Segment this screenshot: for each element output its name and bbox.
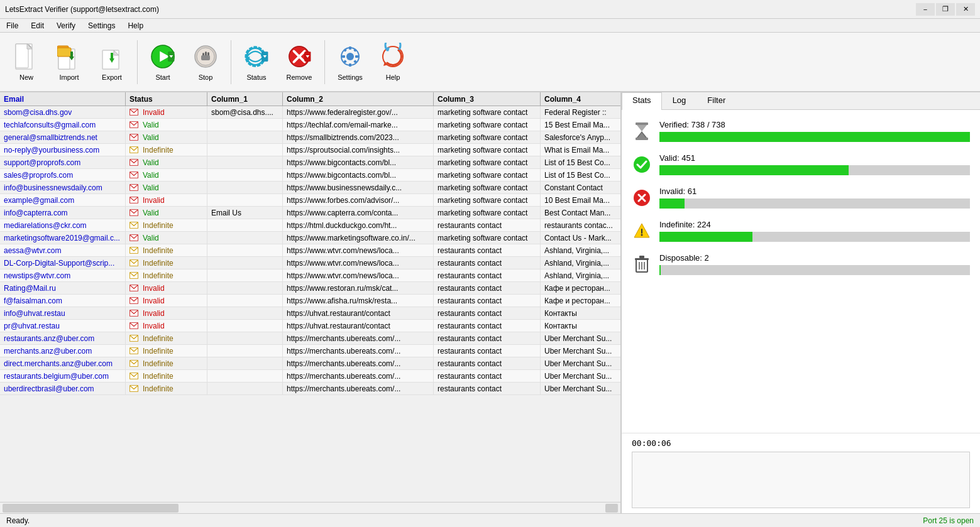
table-row[interactable]: newstips@wtvr.com Indefinite https://www…: [0, 269, 620, 282]
stat-verified-bar-bg: [659, 132, 970, 142]
cell-col1: [207, 357, 283, 369]
table-row[interactable]: merchants.anz@uber.com Indefinite https:…: [0, 345, 620, 357]
new-button[interactable]: New: [6, 37, 47, 87]
col-header-col4[interactable]: Column_4: [541, 92, 622, 106]
table-row[interactable]: support@proprofs.com Valid https://www.b…: [0, 156, 620, 169]
table-row[interactable]: restaurants.belgium@uber.com Indefinite …: [0, 370, 620, 383]
cell-status: Valid: [126, 232, 207, 244]
restore-button[interactable]: ❐: [936, 3, 955, 16]
cell-col3: restaurants contact: [434, 295, 541, 307]
menu-file[interactable]: File: [0, 20, 25, 31]
svg-rect-38: [349, 46, 351, 50]
cell-col4: What is Email Ma...: [541, 144, 620, 156]
horizontal-scrollbar[interactable]: [0, 502, 620, 513]
cell-col3: restaurants contact: [434, 345, 541, 357]
stat-valid-bar-bg: [659, 165, 970, 175]
cell-col4: List of 15 Best Co...: [541, 156, 620, 168]
stop-button[interactable]: Stop: [185, 37, 226, 87]
cell-col2: https://merchants.ubereats.com/...: [283, 383, 434, 394]
svg-rect-40: [342, 55, 345, 58]
cell-col3: marketing software contact: [434, 119, 541, 131]
table-row[interactable]: aessa@wtvr.com Indefinite https://www.wt…: [0, 244, 620, 257]
remove-button[interactable]: Remove: [279, 37, 319, 87]
cell-col4: List of 15 Best Co...: [541, 169, 620, 181]
table-row[interactable]: general@smallbiztrends.net Valid https:/…: [0, 131, 620, 144]
cell-col1: [207, 244, 283, 256]
close-button[interactable]: ✕: [956, 3, 975, 16]
cell-col1: [207, 119, 283, 131]
table-row[interactable]: uberdirectbrasil@uber.com Indefinite htt…: [0, 383, 620, 395]
start-icon: [150, 43, 175, 71]
cell-col2: https://merchants.ubereats.com/...: [283, 357, 434, 369]
table-row[interactable]: restaurants.anz@uber.com Indefinite http…: [0, 332, 620, 345]
tab-log[interactable]: Log: [662, 92, 697, 109]
table-row[interactable]: info@uhvat.restau Invalid https://uhvat.…: [0, 307, 620, 320]
table-row[interactable]: mediarelations@ckr.com Indefinite https:…: [0, 219, 620, 232]
cell-col4: Salesforce's Anyp...: [541, 131, 620, 143]
col-header-email[interactable]: Email: [0, 92, 126, 106]
table-row[interactable]: sales@proprofs.com Valid https://www.big…: [0, 169, 620, 182]
stat-valid: Valid: 451: [632, 153, 970, 175]
table-row[interactable]: Rating@Mail.ru Invalid https://www.resto…: [0, 282, 620, 295]
svg-point-97: [634, 156, 650, 173]
table-row[interactable]: example@gmail.com Invalid https://www.fo…: [0, 194, 620, 207]
export-button[interactable]: Export: [92, 37, 132, 87]
menu-settings[interactable]: Settings: [82, 20, 121, 31]
help-icon: [380, 43, 405, 71]
table-row[interactable]: info@capterra.com Valid Email Us https:/…: [0, 207, 620, 219]
cell-col2: https://www.federalregister.gov/...: [283, 106, 434, 118]
tab-filter[interactable]: Filter: [696, 92, 736, 109]
cell-col4: Uber Merchant Su...: [541, 357, 620, 369]
remove-icon: [287, 43, 312, 71]
cell-email: restaurants.anz@uber.com: [0, 332, 126, 344]
minimize-button[interactable]: −: [916, 3, 935, 16]
menu-verify[interactable]: Verify: [50, 20, 82, 31]
import-button[interactable]: Import: [49, 37, 89, 87]
col-header-status[interactable]: Status: [126, 92, 207, 106]
table-row[interactable]: direct.merchants.anz@uber.com Indefinite…: [0, 357, 620, 370]
settings-icon: [338, 43, 363, 71]
col-header-col3[interactable]: Column_3: [434, 92, 541, 106]
col-header-col1[interactable]: Column_1: [207, 92, 283, 106]
stat-verified-bar-fill: [659, 132, 970, 142]
table-row[interactable]: sbom@cisa.dhs.gov Invalid sbom@cisa.dhs.…: [0, 106, 620, 119]
cell-col2: https://www.businessnewsdaily.c...: [283, 182, 434, 193]
settings-button[interactable]: Settings: [330, 37, 370, 87]
menu-help[interactable]: Help: [121, 20, 150, 31]
new-icon: [14, 43, 39, 71]
col-header-col2[interactable]: Column_2: [283, 92, 434, 106]
checkmark-icon: [632, 155, 652, 175]
table-row[interactable]: techlafconsults@gmail.com Valid https://…: [0, 119, 620, 131]
title-bar: LetsExtract Verifier (support@letsextrac…: [0, 0, 980, 19]
cell-status: Valid: [126, 207, 207, 219]
table-row[interactable]: no-reply@yourbusiness.com Indefinite htt…: [0, 144, 620, 156]
cell-status: Indefinite: [126, 144, 207, 156]
menu-edit[interactable]: Edit: [25, 20, 50, 31]
new-label: New: [19, 73, 33, 81]
table-row[interactable]: f@faisalman.com Invalid https://www.afis…: [0, 295, 620, 307]
table-row[interactable]: marketingsoftware2019@gmail.c... Valid h…: [0, 232, 620, 244]
cell-col3: restaurants contact: [434, 244, 541, 256]
cell-status: Invalid: [126, 307, 207, 319]
table-row[interactable]: pr@uhvat.restau Invalid https://uhvat.re…: [0, 320, 620, 332]
cell-col3: restaurants contact: [434, 219, 541, 231]
cell-col1: [207, 332, 283, 344]
cell-status: Valid: [126, 131, 207, 143]
tab-stats[interactable]: Stats: [622, 92, 662, 110]
svg-rect-25: [201, 55, 210, 60]
cell-col1: [207, 144, 283, 156]
hourglass-icon: [632, 121, 652, 141]
table-row[interactable]: DL-Corp-Digital-Support@scrip... Indefin…: [0, 257, 620, 269]
start-button[interactable]: Start: [143, 37, 183, 87]
table-row[interactable]: info@businessnewsdaily.com Valid https:/…: [0, 182, 620, 194]
svg-point-103: [641, 234, 643, 236]
cell-status: Invalid: [126, 282, 207, 294]
svg-rect-14: [111, 53, 113, 60]
help-button[interactable]: Help: [373, 37, 413, 87]
cell-col4: Constant Contact: [541, 182, 620, 193]
status-label: Status: [246, 73, 266, 81]
cell-col1: [207, 156, 283, 168]
cell-col4: Uber Merchant Su...: [541, 383, 620, 394]
stat-valid-bar-fill: [659, 165, 849, 175]
status-button[interactable]: Status: [236, 37, 277, 87]
